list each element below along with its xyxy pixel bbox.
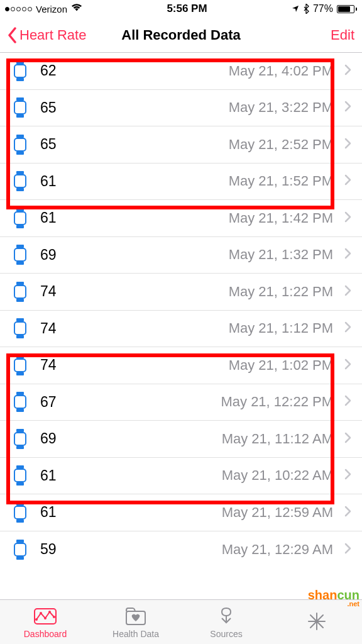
record-timestamp: May 21, 2:52 PM [229,136,333,153]
record-timestamp: May 21, 1:32 PM [229,247,333,263]
wifi-icon [71,3,82,14]
list-item[interactable]: 61May 21, 10:22 AM [0,458,362,495]
signal-strength-icon [5,7,32,11]
chevron-right-icon [344,395,352,409]
heart-rate-value: 74 [40,320,229,337]
chevron-right-icon [344,543,352,557]
list-item[interactable]: 65May 21, 3:22 PM [0,90,362,127]
record-timestamp: May 21, 1:22 PM [229,284,333,300]
heart-rate-value: 65 [40,99,229,116]
chevron-right-icon [344,101,352,114]
medical-id-icon [306,611,327,632]
watch-icon [14,171,26,191]
list-item[interactable]: 69May 21, 1:32 PM [0,237,362,274]
record-timestamp: May 21, 12:59 AM [222,504,333,521]
svg-point-3 [44,617,47,619]
dashboard-icon [33,606,58,627]
svg-point-2 [40,612,42,614]
watch-icon [14,208,26,228]
watch-icon [14,135,26,155]
heart-rate-value: 61 [40,173,229,190]
chevron-right-icon [344,358,352,372]
chevron-right-icon [344,138,352,152]
chevron-right-icon [344,321,352,335]
status-left: Verizon [5,3,82,14]
chevron-right-icon [344,506,352,519]
watch-icon [14,245,26,265]
heart-rate-value: 61 [40,209,229,226]
battery-icon [337,5,357,13]
list-item[interactable]: 61May 21, 1:42 PM [0,200,362,237]
list-item[interactable]: 74May 21, 1:12 PM [0,311,362,348]
list-item[interactable]: 69May 21, 11:12 AM [0,421,362,458]
record-timestamp: May 21, 1:02 PM [229,357,333,374]
record-timestamp: May 21, 3:22 PM [229,99,333,116]
chevron-right-icon [344,211,352,225]
chevron-right-icon [344,248,352,262]
chevron-right-icon [344,64,352,78]
chevron-right-icon [344,432,352,446]
heart-rate-value: 61 [40,504,222,521]
svg-point-4 [48,611,51,613]
heart-rate-value: 65 [40,136,229,153]
watch-icon [14,465,26,486]
status-bar: Verizon 5:56 PM 77% [0,0,362,18]
watch-icon [14,282,26,302]
record-timestamp: May 21, 12:22 PM [221,394,333,410]
sources-icon [216,606,237,627]
back-button[interactable]: Heart Rate [8,27,86,43]
record-timestamp: May 21, 1:52 PM [229,173,333,189]
list-item[interactable]: 62May 21, 4:02 PM [0,53,362,90]
watch-icon [14,61,26,81]
record-timestamp: May 21, 12:29 AM [222,541,333,558]
status-time: 5:56 PM [167,3,207,15]
watch-icon [14,540,26,560]
heart-rate-value: 74 [40,357,229,374]
data-list: 62May 21, 4:02 PM65May 21, 3:22 PM65May … [0,53,362,568]
record-timestamp: May 21, 11:12 AM [222,431,333,447]
watch-icon [14,502,26,523]
watch-icon [14,355,26,375]
record-timestamp: May 21, 1:42 PM [229,210,333,226]
status-right: 77% [292,3,357,14]
heart-rate-value: 59 [40,541,222,558]
chevron-right-icon [344,469,352,482]
watch-icon [14,318,26,338]
edit-button[interactable]: Edit [331,27,354,43]
health-data-icon [123,606,148,627]
page-title: All Recorded Data [121,27,241,43]
chevron-left-icon [8,27,17,43]
heart-rate-value: 69 [40,247,229,264]
list-item[interactable]: 67May 21, 12:22 PM [0,384,362,421]
tab-sources[interactable]: Sources [181,600,272,644]
back-label: Heart Rate [19,27,86,43]
heart-rate-value: 69 [40,430,222,447]
tab-dashboard[interactable]: Dashboard [0,600,90,644]
record-timestamp: May 21, 10:22 AM [222,467,333,484]
heart-rate-value: 61 [40,467,222,484]
bluetooth-icon [303,4,309,14]
battery-percent: 77% [313,3,333,14]
tab-label: Dashboard [24,629,67,639]
svg-point-1 [35,618,38,621]
watermark: shancun .net [308,588,359,608]
list-item[interactable]: 74May 21, 1:02 PM [0,347,362,384]
location-icon [292,5,299,13]
carrier-label: Verizon [36,4,67,14]
list-item[interactable]: 59May 21, 12:29 AM [0,531,362,569]
list-item[interactable]: 61May 21, 1:52 PM [0,164,362,201]
list-item[interactable]: 61May 21, 12:59 AM [0,494,362,531]
heart-rate-value: 74 [40,283,229,300]
list-item[interactable]: 74May 21, 1:22 PM [0,274,362,311]
watch-icon [14,429,26,449]
nav-bar: Heart Rate All Recorded Data Edit [0,18,362,53]
heart-rate-value: 67 [40,394,221,411]
record-timestamp: May 21, 4:02 PM [229,63,333,79]
list-item[interactable]: 65May 21, 2:52 PM [0,126,362,164]
tab-label: Sources [210,629,242,639]
svg-point-5 [53,616,55,618]
record-timestamp: May 21, 1:12 PM [229,320,333,336]
watch-icon [14,97,26,118]
watch-icon [14,392,26,412]
tab-health-data[interactable]: Health Data [90,600,181,644]
